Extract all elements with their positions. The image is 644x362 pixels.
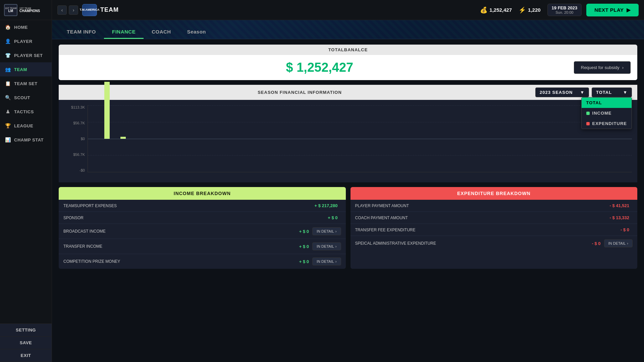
- nav-arrows: ‹ ›: [57, 5, 78, 15]
- total-selector-value: TOTAL: [596, 90, 612, 95]
- admin-detail-label: IN DETAIL: [608, 241, 626, 245]
- player-set-icon: 👕: [5, 52, 11, 59]
- season-selector[interactable]: 2023 SEASON ▼: [535, 87, 589, 97]
- tab-coach-label: COACH: [152, 29, 171, 35]
- balance-value: 1,252,427: [489, 7, 512, 13]
- sidebar: 1ST TEAM LM 1ST TEAM CHAMPIONS 🏠 HOME 👤 …: [0, 0, 52, 362]
- admin-expenditure-detail-btn[interactable]: IN DETAIL ›: [604, 239, 633, 247]
- tab-finance-label: FINANCE: [112, 29, 136, 35]
- income-row-3: TRANSFER INCOME + $ 0 IN DETAIL ›: [59, 239, 346, 254]
- content-header: TEAM INFO FINANCE COACH Season: [52, 20, 644, 39]
- date-sub: Sun. 20:00: [552, 10, 578, 14]
- back-arrow[interactable]: ‹: [57, 5, 67, 15]
- sidebar-logo: 1ST TEAM LM 1ST TEAM CHAMPIONS: [0, 0, 52, 20]
- expenditure-dot: [586, 122, 590, 125]
- chart-bar-1: [104, 82, 110, 138]
- home-icon: 🏠: [5, 24, 11, 31]
- main-content: ‹ › T.M. AMERICA TEAM 💰 1,252,427 ⚡ 1,22…: [52, 0, 644, 362]
- chart-bar-2: [120, 137, 126, 139]
- sidebar-item-team-set[interactable]: 📋 TEAM SET: [0, 76, 52, 90]
- subsidy-arrow: ›: [622, 65, 624, 70]
- sidebar-item-home[interactable]: 🏠 HOME: [0, 20, 52, 34]
- grid-line-top: [88, 105, 632, 106]
- dropdown-item-expenditure[interactable]: EXPENDITURE: [582, 118, 632, 129]
- subsidy-button[interactable]: Request for subsidy ›: [574, 61, 631, 74]
- prize-money-detail-btn[interactable]: IN DETAIL ›: [312, 257, 341, 265]
- y-label-4: $56.7K: [73, 153, 85, 157]
- team-icon: 👥: [5, 66, 11, 73]
- badge-line2: AMERICA: [86, 8, 100, 12]
- income-label-2: BROADCAST INCOME: [63, 229, 299, 234]
- sidebar-item-label-team: TEAM: [14, 67, 27, 72]
- logo-subtitle2: CHAMPIONS: [19, 9, 40, 13]
- expenditure-label-3: SPEICAL ADMINISTRATIVE EXPENDITURE: [355, 241, 592, 246]
- sidebar-item-champ-stat[interactable]: 📊 CHAMP STAT: [0, 133, 52, 147]
- income-label-1: SPONSOR: [63, 216, 328, 220]
- income-breakdown-card: INCOME BREAKDOWN TEAMSUPPORT EXPENSES + …: [59, 187, 346, 269]
- tab-finance[interactable]: FINANCE: [104, 25, 144, 39]
- expenditure-label-2: TRANSFER FEE EXPENDITURE: [355, 228, 621, 232]
- tab-coach[interactable]: COACH: [144, 25, 179, 39]
- total-selector-wrapper: TOTAL ▼ TOTAL INCOME: [592, 87, 632, 97]
- next-play-arrow: ▶: [627, 7, 631, 13]
- logo-text-large: LM: [8, 9, 13, 13]
- dropdown-expenditure-label: EXPENDITURE: [592, 121, 627, 126]
- breakdowns: INCOME BREAKDOWN TEAMSUPPORT EXPENSES + …: [59, 187, 637, 269]
- expenditure-row-0: PLAYER PAYMENT AMOUNT - $ 41,521: [351, 200, 638, 212]
- season-financial-title: SEASON FINANCIAL INFORMATION: [64, 90, 535, 95]
- admin-detail-arrow: ›: [627, 241, 628, 245]
- sidebar-nav: 🏠 HOME 👤 PLAYER 👕 PLAYER SET 👥 TEAM 📋 TE…: [0, 20, 52, 147]
- badge-line1: T.M.: [80, 8, 86, 12]
- dropdown-item-total[interactable]: TOTAL: [582, 98, 632, 108]
- income-label-3: TRANSFER INCOME: [63, 244, 299, 249]
- sidebar-item-label-player-set: PLAYER SET: [14, 53, 43, 58]
- prize-detail-label: IN DETAIL: [317, 259, 334, 263]
- sidebar-item-player[interactable]: 👤 PLAYER: [0, 34, 52, 48]
- player-icon: 👤: [5, 38, 11, 45]
- total-selector[interactable]: TOTAL ▼: [592, 87, 632, 97]
- transfer-income-detail-btn[interactable]: IN DETAIL ›: [312, 242, 341, 250]
- broadcast-detail-label: IN DETAIL: [317, 229, 334, 233]
- y-label-5: -$0: [79, 168, 85, 172]
- expenditure-breakdown-card: EXPENDITURE BREAKDOWN PLAYER PAYMENT AMO…: [351, 187, 638, 269]
- save-button[interactable]: SAVE: [0, 337, 52, 349]
- total-balance-amount: $ 1,252,427: [65, 60, 574, 75]
- exit-button[interactable]: EXIT: [0, 349, 52, 362]
- tab-team-info[interactable]: TEAM INFO: [59, 25, 104, 39]
- transfer-detail-label: IN DETAIL: [317, 244, 334, 248]
- sidebar-item-scout[interactable]: 🔍 SCOUT: [0, 90, 52, 105]
- expenditure-row-3: SPEICAL ADMINISTRATIVE EXPENDITURE - $ 0…: [351, 236, 638, 251]
- forward-arrow[interactable]: ›: [69, 5, 78, 15]
- sidebar-item-team[interactable]: 👥 TEAM: [0, 62, 52, 76]
- season-financial-card: SEASON FINANCIAL INFORMATION 2023 SEASON…: [59, 85, 637, 182]
- setting-button[interactable]: SETTING: [0, 324, 52, 337]
- total-dropdown: TOTAL INCOME EXPENDITURE: [581, 97, 632, 129]
- champ-stat-icon: 📊: [5, 136, 11, 143]
- grid-line-q1: [88, 122, 632, 122]
- income-value-1: + $ 0: [328, 215, 337, 220]
- y-label-3: $0: [81, 137, 85, 141]
- expenditure-label-0: PLAYER PAYMENT AMOUNT: [355, 203, 610, 208]
- tactics-icon: ♟: [5, 108, 11, 115]
- rating-value: 1,220: [528, 7, 541, 13]
- sidebar-item-league[interactable]: 🏆 LEAGUE: [0, 119, 52, 133]
- income-breakdown-header: INCOME BREAKDOWN: [59, 187, 346, 200]
- chart-plot: [88, 105, 632, 172]
- income-value-3: + $ 0: [299, 244, 309, 249]
- sidebar-item-label-tactics: TACTICS: [14, 109, 34, 114]
- next-play-button[interactable]: NEXT PLAY ▶: [586, 4, 639, 16]
- chart-container: $113.3K $56.7K $0 $56.7K -$0: [64, 105, 632, 179]
- income-row-1: SPONSOR + $ 0: [59, 212, 346, 224]
- topbar-stats: 💰 1,252,427 ⚡ 1,220: [480, 6, 540, 14]
- topbar: ‹ › T.M. AMERICA TEAM 💰 1,252,427 ⚡ 1,22…: [52, 0, 644, 20]
- broadcast-income-detail-btn[interactable]: IN DETAIL ›: [312, 227, 341, 235]
- sidebar-item-player-set[interactable]: 👕 PLAYER SET: [0, 48, 52, 62]
- prize-detail-arrow: ›: [335, 259, 337, 263]
- sidebar-item-tactics[interactable]: ♟ TACTICS: [0, 105, 52, 119]
- tab-season[interactable]: Season: [179, 25, 214, 39]
- income-row-0: TEAMSUPPORT EXPENSES + $ 217,280: [59, 200, 346, 212]
- league-icon: 🏆: [5, 122, 11, 129]
- sidebar-bottom: SETTING SAVE EXIT: [0, 323, 52, 362]
- dropdown-item-income[interactable]: INCOME: [582, 108, 632, 118]
- income-value-2: + $ 0: [299, 229, 309, 234]
